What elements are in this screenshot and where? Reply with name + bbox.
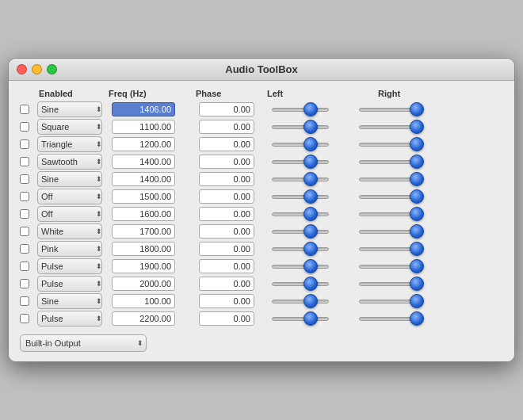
enable-checkbox-9[interactable] (20, 262, 29, 271)
left-slider-thumb-1[interactable] (303, 120, 318, 134)
type-select-2[interactable]: SineSquareTriangleSawtoothOffWhitePinkPu… (37, 136, 102, 152)
right-slider-track-12[interactable] (359, 317, 416, 321)
type-select-7[interactable]: SineSquareTriangleSawtoothOffWhitePinkPu… (37, 223, 102, 239)
freq-input-2[interactable] (112, 137, 175, 151)
right-slider-thumb-9[interactable] (410, 259, 424, 273)
left-slider-thumb-4[interactable] (303, 172, 318, 186)
phase-input-4[interactable] (199, 172, 254, 186)
enable-checkbox-11[interactable] (20, 296, 29, 306)
freq-input-5[interactable] (112, 189, 175, 204)
freq-input-1[interactable] (112, 120, 175, 134)
right-slider-track-2[interactable] (359, 143, 416, 147)
left-slider-thumb-2[interactable] (303, 137, 318, 151)
right-slider-track-9[interactable] (359, 265, 416, 269)
phase-input-8[interactable] (199, 242, 254, 256)
left-slider-thumb-12[interactable] (303, 311, 318, 326)
type-select-4[interactable]: SineSquareTriangleSawtoothOffWhitePinkPu… (37, 171, 102, 187)
phase-input-11[interactable] (199, 294, 254, 308)
phase-input-0[interactable] (199, 102, 254, 116)
left-slider-track-5[interactable] (272, 195, 329, 199)
phase-input-9[interactable] (199, 259, 254, 273)
enable-checkbox-12[interactable] (20, 314, 29, 323)
right-slider-thumb-1[interactable] (410, 120, 424, 134)
right-slider-thumb-5[interactable] (410, 189, 424, 204)
minimize-button[interactable] (32, 64, 42, 74)
left-slider-track-8[interactable] (272, 247, 329, 251)
right-slider-track-0[interactable] (359, 108, 416, 112)
enable-checkbox-10[interactable] (20, 279, 29, 288)
phase-input-5[interactable] (199, 189, 254, 204)
type-select-10[interactable]: SineSquareTriangleSawtoothOffWhitePinkPu… (37, 276, 102, 292)
left-slider-thumb-9[interactable] (303, 259, 318, 273)
left-slider-track-10[interactable] (272, 282, 329, 286)
freq-input-3[interactable] (112, 155, 175, 169)
type-select-0[interactable]: SineSquareTriangleSawtoothOffWhitePinkPu… (37, 101, 102, 117)
right-slider-track-4[interactable] (359, 178, 416, 181)
right-slider-thumb-8[interactable] (410, 242, 424, 256)
left-slider-track-1[interactable] (272, 125, 329, 129)
left-slider-thumb-6[interactable] (303, 207, 318, 221)
left-slider-track-2[interactable] (272, 143, 329, 147)
type-select-5[interactable]: SineSquareTriangleSawtoothOffWhitePinkPu… (37, 189, 102, 204)
left-slider-track-7[interactable] (272, 230, 329, 234)
output-select[interactable]: Built-in OutputHDMI OutputUSB Audio (20, 334, 147, 352)
right-slider-thumb-6[interactable] (410, 207, 424, 221)
enable-checkbox-8[interactable] (20, 244, 29, 254)
type-select-8[interactable]: SineSquareTriangleSawtoothOffWhitePinkPu… (37, 241, 102, 257)
right-slider-track-3[interactable] (359, 160, 416, 164)
right-slider-thumb-10[interactable] (410, 277, 424, 291)
left-slider-track-0[interactable] (272, 108, 329, 112)
right-slider-thumb-11[interactable] (410, 294, 424, 308)
close-button[interactable] (17, 64, 27, 74)
phase-input-6[interactable] (199, 207, 254, 221)
phase-input-2[interactable] (199, 137, 254, 151)
enable-checkbox-6[interactable] (20, 209, 29, 219)
freq-input-8[interactable] (112, 242, 175, 256)
freq-input-6[interactable] (112, 207, 175, 221)
right-slider-track-6[interactable] (359, 212, 416, 216)
phase-input-1[interactable] (199, 120, 254, 134)
right-slider-track-8[interactable] (359, 247, 416, 251)
left-slider-thumb-0[interactable] (303, 102, 318, 116)
phase-input-12[interactable] (199, 311, 254, 326)
freq-input-10[interactable] (112, 277, 175, 291)
right-slider-thumb-7[interactable] (410, 224, 424, 239)
freq-input-7[interactable] (112, 224, 175, 239)
enable-checkbox-1[interactable] (20, 122, 29, 132)
left-slider-track-3[interactable] (272, 160, 329, 164)
phase-input-7[interactable] (199, 224, 254, 239)
right-slider-track-5[interactable] (359, 195, 416, 199)
freq-input-12[interactable] (112, 311, 175, 326)
right-slider-thumb-0[interactable] (410, 102, 424, 116)
left-slider-track-9[interactable] (272, 265, 329, 269)
right-slider-thumb-3[interactable] (410, 155, 424, 169)
maximize-button[interactable] (47, 64, 57, 74)
right-slider-track-7[interactable] (359, 230, 416, 234)
left-slider-track-11[interactable] (272, 300, 329, 304)
type-select-6[interactable]: SineSquareTriangleSawtoothOffWhitePinkPu… (37, 206, 102, 222)
enable-checkbox-4[interactable] (20, 174, 29, 184)
type-select-1[interactable]: SineSquareTriangleSawtoothOffWhitePinkPu… (37, 119, 102, 135)
right-slider-thumb-2[interactable] (410, 137, 424, 151)
enable-checkbox-7[interactable] (20, 227, 29, 236)
type-select-9[interactable]: SineSquareTriangleSawtoothOffWhitePinkPu… (37, 258, 102, 274)
type-select-12[interactable]: SineSquareTriangleSawtoothOffWhitePinkPu… (37, 311, 102, 326)
enable-checkbox-0[interactable] (20, 105, 29, 114)
phase-input-10[interactable] (199, 277, 254, 291)
left-slider-track-4[interactable] (272, 178, 329, 181)
enable-checkbox-5[interactable] (20, 192, 29, 201)
type-select-3[interactable]: SineSquareTriangleSawtoothOffWhitePinkPu… (37, 154, 102, 170)
phase-input-3[interactable] (199, 155, 254, 169)
right-slider-thumb-12[interactable] (410, 311, 424, 326)
type-select-11[interactable]: SineSquareTriangleSawtoothOffWhitePinkPu… (37, 293, 102, 309)
left-slider-track-6[interactable] (272, 212, 329, 216)
enable-checkbox-3[interactable] (20, 157, 29, 166)
right-slider-track-11[interactable] (359, 300, 416, 304)
left-slider-thumb-3[interactable] (303, 155, 318, 169)
freq-input-4[interactable] (112, 172, 175, 186)
left-slider-thumb-7[interactable] (303, 224, 318, 239)
enable-checkbox-2[interactable] (20, 139, 29, 149)
freq-input-11[interactable] (112, 294, 175, 308)
left-slider-thumb-10[interactable] (303, 277, 318, 291)
freq-input-9[interactable] (112, 259, 175, 273)
